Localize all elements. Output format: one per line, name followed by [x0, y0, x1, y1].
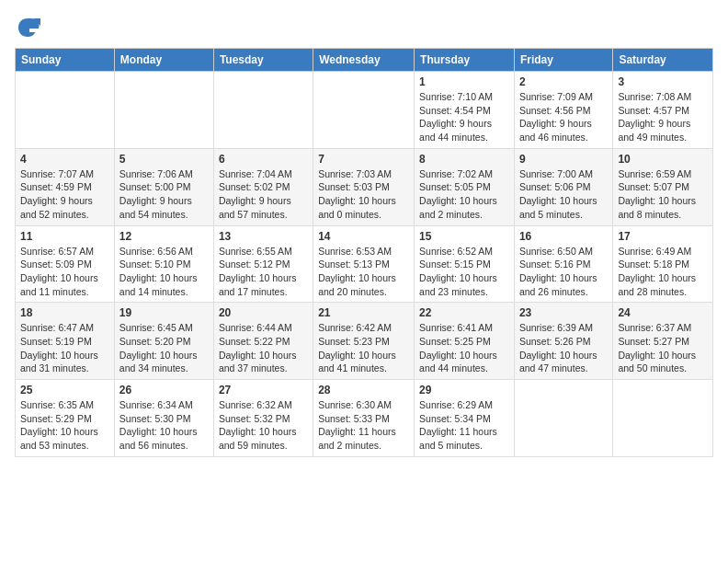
week-row-3: 11Sunrise: 6:57 AMSunset: 5:09 PMDayligh…: [16, 225, 713, 303]
day-cell: 19Sunrise: 6:45 AMSunset: 5:20 PMDayligh…: [114, 303, 213, 380]
day-number: 23: [519, 306, 608, 319]
day-cell: 4Sunrise: 7:07 AMSunset: 4:59 PMDaylight…: [16, 148, 115, 225]
day-number: 28: [318, 384, 409, 396]
day-number: 29: [419, 384, 509, 396]
header-sunday: Sunday: [16, 49, 115, 72]
day-cell: 28Sunrise: 6:30 AMSunset: 5:33 PMDayligh…: [313, 380, 415, 457]
day-info: Sunrise: 6:45 AMSunset: 5:20 PMDaylight:…: [119, 321, 209, 375]
page-header: [15, 15, 713, 40]
day-cell: 21Sunrise: 6:42 AMSunset: 5:23 PMDayligh…: [313, 303, 415, 380]
day-info: Sunrise: 6:52 AMSunset: 5:15 PMDaylight:…: [419, 245, 509, 299]
header-friday: Friday: [514, 49, 612, 72]
day-number: 9: [519, 153, 608, 166]
day-number: 18: [20, 306, 109, 319]
day-cell: 27Sunrise: 6:32 AMSunset: 5:32 PMDayligh…: [213, 380, 313, 457]
day-cell: 3Sunrise: 7:08 AMSunset: 4:57 PMDaylight…: [613, 72, 713, 149]
header-wednesday: Wednesday: [313, 49, 415, 72]
day-cell: 24Sunrise: 6:37 AMSunset: 5:27 PMDayligh…: [613, 303, 713, 380]
day-cell: 22Sunrise: 6:41 AMSunset: 5:25 PMDayligh…: [415, 303, 515, 380]
week-row-5: 25Sunrise: 6:35 AMSunset: 5:29 PMDayligh…: [16, 380, 713, 457]
day-cell: [114, 72, 213, 149]
day-cell: 7Sunrise: 7:03 AMSunset: 5:03 PMDaylight…: [313, 148, 415, 225]
day-number: 17: [618, 230, 708, 243]
day-number: 14: [318, 230, 409, 243]
day-info: Sunrise: 6:42 AMSunset: 5:23 PMDaylight:…: [318, 321, 409, 375]
day-info: Sunrise: 6:35 AMSunset: 5:29 PMDaylight:…: [20, 398, 109, 453]
day-number: 12: [119, 230, 209, 243]
day-number: 20: [219, 306, 308, 319]
day-info: Sunrise: 7:02 AMSunset: 5:05 PMDaylight:…: [419, 167, 509, 222]
day-cell: 23Sunrise: 6:39 AMSunset: 5:26 PMDayligh…: [514, 303, 612, 380]
day-cell: 18Sunrise: 6:47 AMSunset: 5:19 PMDayligh…: [16, 303, 115, 380]
day-cell: 2Sunrise: 7:09 AMSunset: 4:56 PMDaylight…: [514, 72, 612, 149]
day-cell: 14Sunrise: 6:53 AMSunset: 5:13 PMDayligh…: [313, 225, 415, 303]
day-info: Sunrise: 6:49 AMSunset: 5:18 PMDaylight:…: [618, 245, 708, 299]
day-cell: [514, 380, 612, 457]
day-info: Sunrise: 7:00 AMSunset: 5:06 PMDaylight:…: [519, 167, 608, 222]
day-info: Sunrise: 6:50 AMSunset: 5:16 PMDaylight:…: [519, 245, 608, 299]
day-cell: 5Sunrise: 7:06 AMSunset: 5:00 PMDaylight…: [114, 148, 213, 225]
day-number: 7: [318, 153, 409, 166]
day-info: Sunrise: 6:41 AMSunset: 5:25 PMDaylight:…: [419, 321, 509, 375]
day-info: Sunrise: 6:34 AMSunset: 5:30 PMDaylight:…: [119, 398, 209, 453]
day-cell: [313, 72, 415, 149]
day-cell: 16Sunrise: 6:50 AMSunset: 5:16 PMDayligh…: [514, 225, 612, 303]
calendar-table: SundayMondayTuesdayWednesdayThursdayFrid…: [15, 48, 713, 457]
day-info: Sunrise: 7:09 AMSunset: 4:56 PMDaylight:…: [519, 90, 608, 144]
day-info: Sunrise: 7:10 AMSunset: 4:54 PMDaylight:…: [419, 90, 509, 144]
day-info: Sunrise: 6:39 AMSunset: 5:26 PMDaylight:…: [519, 321, 608, 375]
day-cell: 20Sunrise: 6:44 AMSunset: 5:22 PMDayligh…: [213, 303, 313, 380]
day-cell: 8Sunrise: 7:02 AMSunset: 5:05 PMDaylight…: [415, 148, 515, 225]
day-number: 3: [618, 75, 708, 88]
day-cell: 13Sunrise: 6:55 AMSunset: 5:12 PMDayligh…: [213, 225, 313, 303]
day-number: 6: [219, 153, 308, 166]
day-cell: 15Sunrise: 6:52 AMSunset: 5:15 PMDayligh…: [415, 225, 515, 303]
day-number: 26: [119, 384, 209, 396]
day-info: Sunrise: 6:44 AMSunset: 5:22 PMDaylight:…: [219, 321, 308, 375]
day-cell: 1Sunrise: 7:10 AMSunset: 4:54 PMDaylight…: [415, 72, 515, 149]
day-number: 10: [618, 153, 708, 166]
day-info: Sunrise: 6:57 AMSunset: 5:09 PMDaylight:…: [20, 245, 109, 299]
day-number: 22: [419, 306, 509, 319]
day-info: Sunrise: 7:03 AMSunset: 5:03 PMDaylight:…: [318, 167, 409, 222]
day-info: Sunrise: 6:56 AMSunset: 5:10 PMDaylight:…: [119, 245, 209, 299]
day-number: 1: [419, 75, 509, 88]
day-number: 27: [219, 384, 308, 396]
day-info: Sunrise: 7:08 AMSunset: 4:57 PMDaylight:…: [618, 90, 708, 144]
day-number: 4: [20, 153, 109, 166]
day-number: 21: [318, 306, 409, 319]
day-number: 5: [119, 153, 209, 166]
day-info: Sunrise: 6:30 AMSunset: 5:33 PMDaylight:…: [318, 398, 409, 453]
day-number: 24: [618, 306, 708, 319]
day-number: 19: [119, 306, 209, 319]
header-row: SundayMondayTuesdayWednesdayThursdayFrid…: [16, 49, 713, 72]
header-tuesday: Tuesday: [213, 49, 313, 72]
day-cell: 10Sunrise: 6:59 AMSunset: 5:07 PMDayligh…: [613, 148, 713, 225]
day-cell: 12Sunrise: 6:56 AMSunset: 5:10 PMDayligh…: [114, 225, 213, 303]
day-cell: [16, 72, 115, 149]
day-info: Sunrise: 7:07 AMSunset: 4:59 PMDaylight:…: [20, 167, 109, 222]
day-number: 25: [20, 384, 109, 396]
header-saturday: Saturday: [613, 49, 713, 72]
week-row-1: 1Sunrise: 7:10 AMSunset: 4:54 PMDaylight…: [16, 72, 713, 149]
header-thursday: Thursday: [415, 49, 515, 72]
day-number: 2: [519, 75, 608, 88]
week-row-2: 4Sunrise: 7:07 AMSunset: 4:59 PMDaylight…: [16, 148, 713, 225]
day-info: Sunrise: 6:53 AMSunset: 5:13 PMDaylight:…: [318, 245, 409, 299]
day-cell: [213, 72, 313, 149]
day-number: 15: [419, 230, 509, 243]
week-row-4: 18Sunrise: 6:47 AMSunset: 5:19 PMDayligh…: [16, 303, 713, 380]
header-monday: Monday: [114, 49, 213, 72]
day-number: 13: [219, 230, 308, 243]
day-cell: 11Sunrise: 6:57 AMSunset: 5:09 PMDayligh…: [16, 225, 115, 303]
day-cell: 9Sunrise: 7:00 AMSunset: 5:06 PMDaylight…: [514, 148, 612, 225]
day-info: Sunrise: 6:29 AMSunset: 5:34 PMDaylight:…: [419, 398, 509, 453]
day-info: Sunrise: 6:32 AMSunset: 5:32 PMDaylight:…: [219, 398, 308, 453]
day-cell: 17Sunrise: 6:49 AMSunset: 5:18 PMDayligh…: [613, 225, 713, 303]
day-info: Sunrise: 6:47 AMSunset: 5:19 PMDaylight:…: [20, 321, 109, 375]
day-cell: 6Sunrise: 7:04 AMSunset: 5:02 PMDaylight…: [213, 148, 313, 225]
day-info: Sunrise: 7:04 AMSunset: 5:02 PMDaylight:…: [219, 167, 308, 222]
day-cell: 25Sunrise: 6:35 AMSunset: 5:29 PMDayligh…: [16, 380, 115, 457]
day-cell: 26Sunrise: 6:34 AMSunset: 5:30 PMDayligh…: [114, 380, 213, 457]
day-number: 8: [419, 153, 509, 166]
